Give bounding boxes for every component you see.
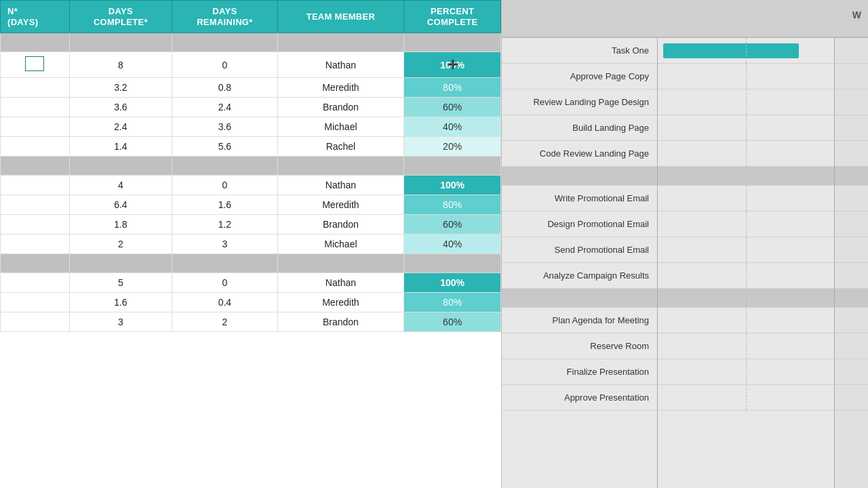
right-edge-cell xyxy=(835,263,868,289)
task-label-item[interactable]: Send Promotional Email xyxy=(502,237,657,263)
task-label-item[interactable]: Approve Page Copy xyxy=(502,64,657,89)
cell-team-member[interactable]: Meredith xyxy=(277,293,404,312)
cell-days-remaining[interactable]: 0.8 xyxy=(172,78,278,98)
cell-col0[interactable] xyxy=(1,98,70,117)
cell-team-member[interactable]: Nathan xyxy=(277,176,404,195)
cell-percent-complete[interactable]: 40% xyxy=(404,117,501,137)
table-row[interactable]: 32Brandon60% xyxy=(1,312,501,332)
cell-days-remaining[interactable]: 3 xyxy=(172,235,278,254)
table-row[interactable]: 1.60.4Meredith80% xyxy=(1,293,501,312)
cell-team-member[interactable]: Meredith xyxy=(277,78,404,98)
cell-col0[interactable] xyxy=(1,215,70,235)
col-header-duration[interactable]: N*(DAYS) xyxy=(1,1,70,33)
task-label-item[interactable]: Design Promotional Email xyxy=(502,211,657,237)
cell-col0[interactable] xyxy=(1,195,70,215)
cell-days-remaining[interactable]: 1.6 xyxy=(172,195,278,215)
col-header-days-remaining[interactable]: DAYSREMAINING* xyxy=(172,1,278,33)
cell-days-complete[interactable]: 8 xyxy=(69,52,172,78)
cell-team-member[interactable]: Brandon xyxy=(277,98,404,117)
cell-team-member[interactable]: Nathan xyxy=(277,273,404,293)
cell-days-complete[interactable]: 1.6 xyxy=(69,293,172,312)
col-header-percent-complete[interactable]: PERCENTCOMPLETE xyxy=(404,1,501,33)
cell-team-member[interactable]: Nathan xyxy=(277,52,404,78)
cell-col0[interactable] xyxy=(1,78,70,98)
cell-days-complete[interactable]: 3 xyxy=(69,312,172,332)
cell-col0[interactable] xyxy=(1,273,70,293)
table-header-row: N*(DAYS) DAYSCOMPLETE* DAYSREMAINING* TE… xyxy=(1,1,501,33)
cell-days-remaining[interactable]: 2.4 xyxy=(172,98,278,117)
cell-percent-complete[interactable]: 80% xyxy=(404,293,501,312)
cell-days-remaining[interactable]: 2 xyxy=(172,312,278,332)
gantt-right-edge xyxy=(834,38,868,488)
cell-days-complete[interactable]: 3.2 xyxy=(69,78,172,98)
cell-days-remaining[interactable]: 0 xyxy=(172,176,278,195)
cell-percent-complete[interactable]: 100% xyxy=(404,273,501,293)
cell-percent-complete[interactable]: 20% xyxy=(404,137,501,157)
task-label-item[interactable]: Analyze Campaign Results xyxy=(502,263,657,289)
cell-team-member[interactable]: Michael xyxy=(277,117,404,137)
table-row[interactable]: 80Nathan100%✛ xyxy=(1,52,501,78)
cell-col0[interactable] xyxy=(1,52,70,78)
task-label-item[interactable]: Task One xyxy=(502,38,657,64)
task-label-item[interactable]: Finalize Presentation xyxy=(502,359,657,385)
cell-col0[interactable] xyxy=(1,176,70,195)
cell-days-remaining[interactable]: 0 xyxy=(172,52,278,78)
gantt-group-separator xyxy=(502,167,657,186)
gantt-bar-row xyxy=(658,333,834,359)
cell-percent-complete[interactable]: 40% xyxy=(404,235,501,254)
cell-days-complete[interactable]: 4 xyxy=(69,176,172,195)
cell-team-member[interactable]: Brandon xyxy=(277,312,404,332)
cell-days-remaining[interactable]: 1.2 xyxy=(172,215,278,235)
data-table: N*(DAYS) DAYSCOMPLETE* DAYSREMAINING* TE… xyxy=(0,0,501,332)
cell-days-complete[interactable]: 1.8 xyxy=(69,215,172,235)
cell-col0[interactable] xyxy=(1,293,70,312)
gantt-bar-row xyxy=(658,359,834,385)
cell-col0[interactable] xyxy=(1,312,70,332)
cell-days-complete[interactable]: 1.4 xyxy=(69,137,172,157)
cell-percent-complete[interactable]: 100% xyxy=(404,176,501,195)
cell-days-complete[interactable]: 6.4 xyxy=(69,195,172,215)
table-row[interactable]: 3.62.4Brandon60% xyxy=(1,98,501,117)
cell-days-complete[interactable]: 2 xyxy=(69,235,172,254)
cell-days-remaining[interactable]: 5.6 xyxy=(172,137,278,157)
table-row[interactable]: 50Nathan100% xyxy=(1,273,501,293)
task-label-item[interactable]: Plan Agenda for Meeting xyxy=(502,308,657,333)
task-label-item[interactable]: Reserve Room xyxy=(502,333,657,359)
cell-col0[interactable] xyxy=(1,117,70,137)
cell-percent-complete[interactable]: 80% xyxy=(404,78,501,98)
table-row[interactable]: 23Michael40% xyxy=(1,235,501,254)
table-row[interactable]: 1.81.2Brandon60% xyxy=(1,215,501,235)
task-label-item[interactable]: Approve Presentation xyxy=(502,385,657,411)
cell-days-remaining[interactable]: 3.6 xyxy=(172,117,278,137)
table-row[interactable]: 6.41.6Meredith80% xyxy=(1,195,501,215)
gantt-separator-row xyxy=(658,289,834,308)
cell-days-complete[interactable]: 2.4 xyxy=(69,117,172,137)
task-label-item[interactable]: Code Review Landing Page xyxy=(502,141,657,167)
cell-percent-complete[interactable]: 100%✛ xyxy=(404,52,501,78)
cell-col0[interactable] xyxy=(1,137,70,157)
col-header-team-member[interactable]: TEAM MEMBER xyxy=(277,1,404,33)
right-edge-cell xyxy=(835,211,868,237)
table-row[interactable]: 40Nathan100% xyxy=(1,176,501,195)
gantt-bar xyxy=(663,43,799,58)
task-label-item[interactable]: Build Landing Page xyxy=(502,115,657,141)
cell-team-member[interactable]: Meredith xyxy=(277,195,404,215)
table-row[interactable]: 3.20.8Meredith80% xyxy=(1,78,501,98)
table-row[interactable]: 1.45.6Rachel20% xyxy=(1,137,501,157)
cell-percent-complete[interactable]: 60% xyxy=(404,312,501,332)
cell-team-member[interactable]: Michael xyxy=(277,235,404,254)
cell-percent-complete[interactable]: 60% xyxy=(404,98,501,117)
cell-days-remaining[interactable]: 0.4 xyxy=(172,293,278,312)
cell-days-remaining[interactable]: 0 xyxy=(172,273,278,293)
cell-days-complete[interactable]: 3.6 xyxy=(69,98,172,117)
col-header-days-complete[interactable]: DAYSCOMPLETE* xyxy=(69,1,172,33)
table-row[interactable]: 2.43.6Michael40% xyxy=(1,117,501,137)
task-label-item[interactable]: Review Landing Page Design xyxy=(502,89,657,115)
cell-percent-complete[interactable]: 60% xyxy=(404,215,501,235)
cell-col0[interactable] xyxy=(1,235,70,254)
cell-team-member[interactable]: Brandon xyxy=(277,215,404,235)
cell-percent-complete[interactable]: 80% xyxy=(404,195,501,215)
cell-days-complete[interactable]: 5 xyxy=(69,273,172,293)
task-label-item[interactable]: Write Promotional Email xyxy=(502,186,657,211)
cell-team-member[interactable]: Rachel xyxy=(277,137,404,157)
